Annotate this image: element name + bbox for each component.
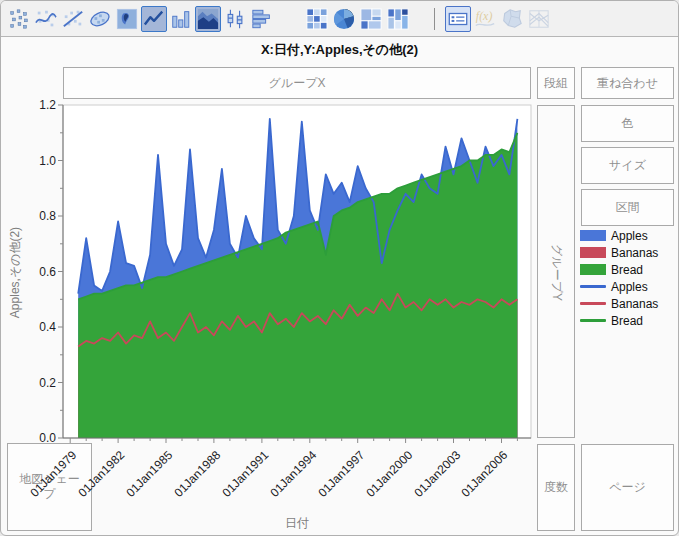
legend-item-label: Apples [611, 229, 648, 243]
drop-zone-page-label: ページ [609, 480, 646, 495]
box-plot-button[interactable] [222, 6, 248, 32]
histogram-button[interactable] [249, 6, 275, 32]
graph-title: X:日付,Y:Apples,その他(2) [1, 41, 678, 59]
y-tick-label: 0.2 [29, 376, 56, 390]
map-shape-button[interactable] [499, 6, 525, 32]
drop-zone-freq[interactable]: 度数 [537, 444, 575, 531]
drop-zone-group-x-label: グループX [269, 76, 326, 91]
smoother-icon [35, 8, 57, 30]
area-chart-button[interactable] [195, 6, 221, 32]
area-chart-icon [197, 8, 219, 30]
legend-item-label: Apples [611, 280, 648, 294]
legend: ApplesBananasBreadApplesBananasBread [580, 227, 658, 329]
ellipse-button[interactable] [87, 6, 113, 32]
graph-builder-window: f(x) X:日付,Y:Apples,その他(2) グループX 段組 重ね合わせ… [0, 0, 679, 536]
x-tick-label: 01Jan1988 [167, 448, 223, 504]
y-tick-label: 0.6 [29, 265, 56, 279]
legend-item-label: Bread [611, 263, 643, 277]
chart-svg-container[interactable] [29, 99, 535, 455]
formula-icon: f(x) [474, 8, 496, 30]
drop-zone-page[interactable]: ページ [581, 444, 674, 531]
drop-zone-panel[interactable]: 段組 [537, 67, 575, 99]
drop-zone-color[interactable]: 色 [581, 105, 674, 142]
drop-zone-interval-label: 区間 [616, 200, 640, 215]
drop-zone-overlay-label: 重ね合わせ [597, 76, 658, 91]
line-chart-icon [143, 8, 165, 30]
x-tick-label: 01Jan1985 [119, 448, 175, 504]
drop-zone-group-y-label: グループY [548, 203, 565, 343]
mosaic-icon [387, 8, 409, 30]
contour-button[interactable] [114, 6, 140, 32]
element-type-toolbar: f(x) [1, 1, 678, 37]
y-axis-title: Apples,その他(2) [7, 203, 24, 343]
y-tick-label: 1.2 [29, 98, 56, 112]
drop-zone-color-label: 色 [622, 116, 634, 131]
caption-box-button[interactable] [445, 6, 471, 32]
y-tick-label: 1.0 [29, 154, 56, 168]
legend-item-label: Bananas [611, 246, 658, 260]
x-tick-label: 01Jan1997 [310, 448, 366, 504]
legend-fill-swatch [580, 230, 606, 241]
bar-chart-icon [170, 8, 192, 30]
pie-chart-button[interactable] [331, 6, 357, 32]
heatmap-button[interactable] [304, 6, 330, 32]
legend-line-swatch [580, 302, 606, 305]
legend-item-label: Bananas [611, 297, 658, 311]
y-tick-label: 0.4 [29, 320, 56, 334]
legend-item-line-bananas[interactable]: Bananas [580, 295, 658, 312]
line-chart-button[interactable] [141, 6, 167, 32]
legend-item-fill-bananas[interactable]: Bananas [580, 244, 658, 261]
legend-item-fill-bread[interactable]: Bread [580, 261, 658, 278]
drop-zone-size-label: サイズ [609, 158, 646, 173]
ellipse-icon [89, 8, 111, 30]
drop-zone-interval[interactable]: 区間 [581, 189, 674, 226]
legend-item-fill-apples[interactable]: Apples [580, 227, 658, 244]
drop-zone-freq-label: 度数 [544, 480, 568, 495]
y-tick-label: 0.0 [29, 431, 56, 445]
points-icon [8, 8, 30, 30]
drop-zone-size[interactable]: サイズ [581, 147, 674, 184]
parallel-plot-button[interactable] [526, 6, 552, 32]
drop-zone-panel-label: 段組 [544, 76, 568, 91]
legend-line-swatch [580, 285, 606, 288]
drop-zone-overlay[interactable]: 重ね合わせ [581, 67, 674, 99]
map-shape-icon [501, 8, 523, 30]
bar-chart-button[interactable] [168, 6, 194, 32]
histogram-icon [251, 8, 273, 30]
legend-item-label: Bread [611, 314, 643, 328]
line-of-fit-icon [62, 8, 84, 30]
x-tick-label: 01Jan1994 [263, 448, 319, 504]
caption-box-icon [447, 8, 469, 30]
points-button[interactable] [6, 6, 32, 32]
legend-fill-swatch [580, 247, 606, 258]
legend-line-swatch [580, 319, 606, 322]
line-of-fit-button[interactable] [60, 6, 86, 32]
drop-zone-group-x[interactable]: グループX [63, 67, 531, 99]
toolbar-separator [434, 8, 435, 30]
heatmap-icon [306, 8, 328, 30]
treemap-icon [360, 8, 382, 30]
legend-item-line-apples[interactable]: Apples [580, 278, 658, 295]
mosaic-button[interactable] [385, 6, 411, 32]
x-axis-title: 日付 [247, 515, 347, 532]
parallel-plot-icon [528, 8, 550, 30]
y-tick-label: 0.8 [29, 209, 56, 223]
box-plot-icon [224, 8, 246, 30]
contour-icon [116, 8, 138, 30]
pie-chart-icon [333, 8, 355, 30]
formula-button[interactable]: f(x) [472, 6, 498, 32]
x-tick-label: 01Jan1991 [215, 448, 271, 504]
smoother-button[interactable] [33, 6, 59, 32]
legend-item-line-bread[interactable]: Bread [580, 312, 658, 329]
legend-fill-swatch [580, 264, 606, 275]
svg-text:f(x): f(x) [476, 8, 493, 22]
treemap-button[interactable] [358, 6, 384, 32]
